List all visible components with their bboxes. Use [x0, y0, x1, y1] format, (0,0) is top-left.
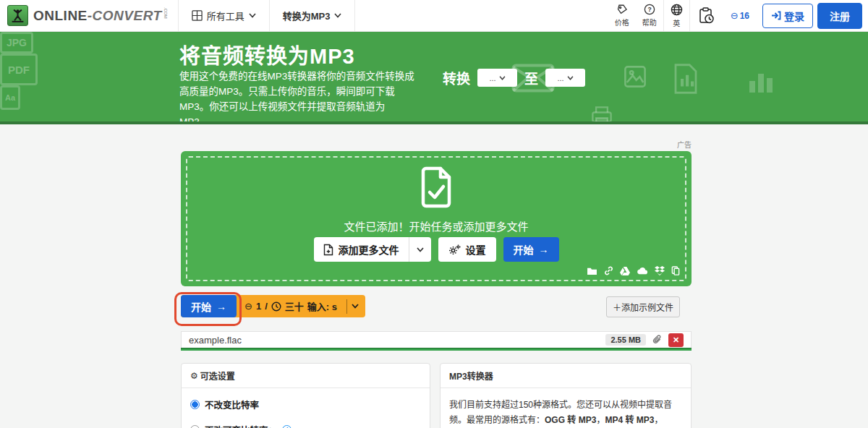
google-drive-icon[interactable] [620, 267, 630, 275]
start-label: 开始 [191, 299, 211, 314]
globe-icon [671, 4, 683, 16]
paperclip-icon[interactable] [652, 335, 662, 345]
bar-chart-icon [746, 65, 775, 94]
close-icon: ✕ [673, 335, 679, 345]
chart-file-icon [673, 64, 699, 94]
nav-pricing[interactable]: 价格 [608, 0, 636, 31]
register-button[interactable]: 注册 [817, 3, 862, 29]
dropzone-start-button[interactable]: 开始 → [503, 237, 559, 262]
folder-icon[interactable] [587, 267, 597, 275]
nav-pricing-label: 价格 [615, 17, 629, 27]
logo-figure-icon [7, 5, 28, 26]
source-format-dropdown[interactable]: ... [477, 69, 517, 87]
start-conversion-button[interactable]: 开始 → [181, 295, 237, 317]
help-icon: ? [644, 4, 655, 15]
chevron-down-icon [499, 76, 506, 80]
nav-language-label: 英 [673, 17, 680, 28]
add-more-files-caret[interactable] [409, 237, 431, 262]
top-navbar: ONLINE -CONVERT .COM 所有工具 转换为MP3 价格 ? 帮助… [0, 0, 868, 32]
brand-convert: -CONVERT [88, 8, 162, 24]
gears-icon [448, 244, 461, 255]
lower-panels: ⚙ 可选设置 不改变比特率 更改可变比特率： i 170...210 kbps [181, 363, 692, 428]
coin-icon: ⊖ [244, 301, 252, 312]
credit-balance[interactable]: ⊖ 16 [723, 10, 757, 21]
add-more-files-label: 添加更多文件 [339, 242, 399, 257]
image-file-icon [624, 65, 647, 88]
change-bitrate-option[interactable]: 更改可变比特率： i [190, 423, 421, 428]
login-button[interactable]: 登录 [762, 4, 813, 28]
nav-all-tools[interactable]: 所有工具 [179, 0, 269, 31]
radio-unselected-icon[interactable] [190, 425, 200, 428]
register-label: 注册 [830, 11, 850, 22]
add-example-file-button[interactable]: ＋添加示例文件 [606, 296, 680, 317]
chevron-down-icon [352, 304, 359, 309]
grid-icon [192, 10, 203, 21]
keep-bitrate-option[interactable]: 不改变比特率 [190, 398, 421, 411]
mp3-converter-info-panel: MP3转换器 我们目前支持超过150种源格式。您还可以从视频中提取音频。最常用的… [440, 363, 692, 428]
dropbox-icon[interactable] [655, 266, 665, 275]
file-added-check-icon [418, 166, 454, 208]
cloud-icon[interactable] [637, 267, 648, 275]
upload-source-icons [587, 266, 680, 275]
task-credit-info: ⊖ 1 / 三十 输入: s [237, 299, 344, 313]
remove-file-button[interactable]: ✕ [668, 333, 684, 347]
task-credits: 1 [256, 301, 261, 312]
radio-selected-icon[interactable] [190, 400, 200, 409]
start-label: 开始 [514, 242, 534, 257]
pdf-file-icon: PDF [0, 54, 38, 85]
main-content: 广告 文件已添加！开始任务或添加更多文件 添加更多文件 设置 开始 → [181, 124, 692, 428]
chevron-down-icon [567, 76, 574, 80]
mp3-converter-body: 我们目前支持超过150种源格式。您还可以从视频中提取音频。最常用的源格式有：OG… [441, 388, 691, 428]
task-row: 开始 → ⊖ 1 / 三十 输入: s ＋添加示例文件 [181, 292, 692, 324]
upload-dropzone[interactable]: 文件已添加！开始任务或添加更多文件 添加更多文件 设置 开始 → [181, 151, 692, 286]
paste-icon[interactable] [671, 266, 680, 275]
brand-logo[interactable]: ONLINE -CONVERT .COM [0, 5, 178, 26]
brand-text: ONLINE -CONVERT .COM [33, 8, 168, 24]
link-icon[interactable] [604, 266, 613, 275]
chevron-down-icon [249, 13, 256, 18]
to-label: 至 [524, 68, 538, 87]
nav-language[interactable]: 英 [664, 0, 689, 31]
nav-help-label: 帮助 [642, 17, 657, 27]
font-file-icon: Aa [0, 85, 20, 110]
nav-history[interactable] [690, 0, 723, 31]
clock-icon [271, 301, 281, 312]
add-example-file-label: ＋添加示例文件 [613, 303, 673, 313]
source-format-value: ... [489, 74, 495, 82]
target-format-dropdown[interactable]: ... [545, 69, 585, 87]
svg-text:?: ? [647, 6, 651, 13]
info-icon[interactable]: i [282, 425, 292, 428]
coin-icon: ⊖ [731, 10, 739, 21]
brand-online: ONLINE [33, 8, 88, 24]
optional-settings-header: ⚙ 可选设置 [182, 364, 430, 388]
dropzone-buttons: 添加更多文件 设置 开始 → [181, 237, 692, 262]
jpg-file-icon: JPG [0, 32, 33, 54]
login-label: 登录 [784, 9, 804, 23]
divider [354, 0, 355, 31]
mp3-converter-title: MP3转换器 [449, 369, 493, 382]
chevron-down-icon [417, 247, 424, 252]
hero-banner: JPG PDF Aa 将音频转换为MP3 使用这个免费的在线MP3转换器将你的音… [0, 32, 868, 124]
nav-convert-to-mp3[interactable]: 转换为MP3 [270, 0, 355, 31]
brand-tld: .COM [163, 7, 168, 19]
nav-help[interactable]: ? 帮助 [636, 0, 663, 31]
navbar-right: 价格 ? 帮助 英 ⊖ 16 登录 注册 [608, 0, 868, 31]
task-duration: 三十 [285, 299, 304, 313]
hero-background-icons: JPG PDF Aa [0, 32, 868, 121]
arrow-right-icon: → [216, 301, 226, 312]
add-more-files-button[interactable]: 添加更多文件 [314, 237, 431, 262]
task-options-caret[interactable] [349, 304, 365, 309]
gear-icon: ⚙ [190, 371, 198, 381]
keep-bitrate-label: 不改变比特率 [205, 398, 259, 411]
target-format-value: ... [557, 74, 563, 82]
login-icon [771, 11, 781, 20]
clipboard-clock-icon [699, 7, 715, 25]
settings-label: 设置 [466, 242, 486, 257]
mp3-converter-header: MP3转换器 [441, 364, 691, 388]
change-bitrate-label: 更改可变比特率： [205, 423, 277, 428]
task-input-label: 输入: s [307, 299, 337, 313]
nav-all-tools-label: 所有工具 [207, 9, 244, 22]
credit-count: 16 [740, 11, 749, 21]
settings-button[interactable]: 设置 [438, 237, 496, 262]
optional-settings-panel: ⚙ 可选设置 不改变比特率 更改可变比特率： i 170...210 kbps [181, 363, 430, 428]
